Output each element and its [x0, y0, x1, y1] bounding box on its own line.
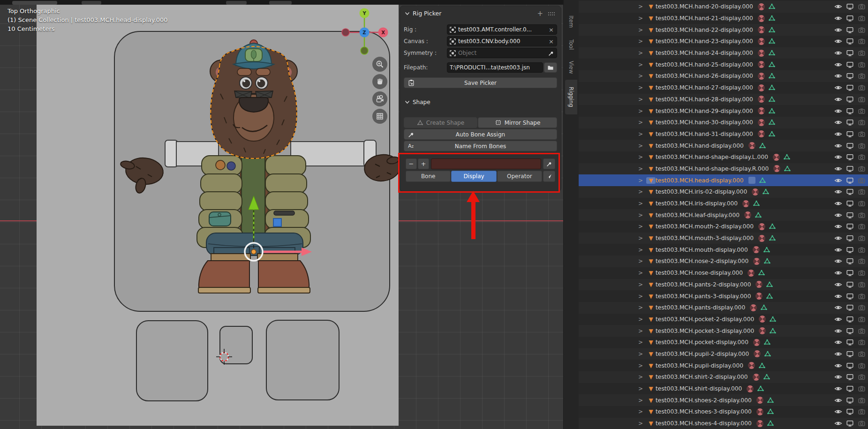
camera-render-icon[interactable] [858, 142, 866, 150]
outliner-row[interactable]: > ▼ test003.MCH.mouth-2-display.000 [579, 221, 868, 233]
monitor-viewport-icon[interactable] [846, 119, 854, 126]
outliner-row[interactable]: > ▼ test003.MCH.mouth-3-display.000 [579, 233, 868, 244]
sidebar-tab-rigging[interactable]: Rigging [565, 80, 577, 114]
outliner-row[interactable]: > ▼ test003.MCH.hand-24-display.000 [579, 47, 868, 59]
eye-visibility-icon[interactable] [834, 153, 842, 161]
eye-visibility-icon[interactable] [834, 385, 842, 392]
camera-render-icon[interactable] [858, 269, 866, 277]
save-picker-button[interactable]: Save Picker [404, 77, 557, 88]
monitor-viewport-icon[interactable] [846, 15, 854, 22]
eye-visibility-icon[interactable] [834, 49, 842, 57]
outliner-row[interactable]: > ▼ test003.MCH.pants-display.000 [579, 302, 868, 314]
monitor-viewport-icon[interactable] [846, 246, 854, 254]
expand-chevron-icon[interactable]: > [638, 177, 646, 184]
expand-chevron-icon[interactable]: > [638, 61, 646, 68]
monitor-viewport-icon[interactable] [846, 96, 854, 103]
outliner-row[interactable]: > ▼ test003.MCH.shirt-display.000 [579, 383, 868, 395]
eye-visibility-icon[interactable] [834, 373, 842, 381]
outliner-row[interactable]: > ▼ test003.MCH.pupil-display.000 [579, 360, 868, 371]
expand-chevron-icon[interactable]: > [638, 351, 646, 357]
monitor-viewport-icon[interactable] [846, 49, 854, 57]
monitor-viewport-icon[interactable] [846, 350, 854, 358]
expand-chevron-icon[interactable]: > [638, 408, 646, 415]
eye-visibility-icon[interactable] [834, 107, 842, 115]
outliner-row[interactable]: > ▼ test003.MCH.head-display.000 [579, 174, 868, 186]
outliner-row[interactable]: > ▼ test003.MCH.hand-28-display.000 [579, 94, 868, 105]
camera-render-icon[interactable] [858, 293, 866, 300]
expand-chevron-icon[interactable]: > [638, 3, 646, 10]
eye-visibility-icon[interactable] [834, 339, 842, 346]
eye-visibility-icon[interactable] [834, 84, 842, 91]
monitor-viewport-icon[interactable] [846, 153, 854, 161]
monitor-viewport-icon[interactable] [846, 420, 854, 427]
pan-button[interactable] [372, 74, 387, 89]
outliner-row[interactable]: > ▼ test003.MCH.shoes-4-display.000 [579, 418, 868, 429]
camera-render-icon[interactable] [858, 257, 866, 265]
clear-icon[interactable]: × [548, 38, 554, 45]
expand-chevron-icon[interactable]: > [638, 188, 646, 195]
zoom-button[interactable] [372, 57, 387, 72]
eye-visibility-icon[interactable] [834, 327, 842, 335]
camera-render-icon[interactable] [858, 362, 866, 369]
monitor-viewport-icon[interactable] [846, 304, 854, 311]
eye-visibility-icon[interactable] [834, 3, 842, 10]
expand-chevron-icon[interactable]: > [638, 293, 646, 300]
camera-render-icon[interactable] [858, 49, 866, 57]
eye-visibility-icon[interactable] [834, 177, 842, 184]
outliner-row[interactable]: > ▼ test003.MCH.pocket-3-display.000 [579, 325, 868, 337]
expand-chevron-icon[interactable]: > [638, 270, 646, 276]
outliner-row[interactable]: > ▼ test003.MCH.pants-3-display.000 [579, 290, 868, 302]
camera-render-icon[interactable] [858, 246, 866, 254]
shape-section-header[interactable]: Shape [405, 99, 430, 105]
outliner-row[interactable]: > ▼ test003.MCH.hand-31-display.000 [579, 128, 868, 140]
eye-visibility-icon[interactable] [834, 223, 842, 230]
monitor-viewport-icon[interactable] [846, 269, 854, 277]
eye-visibility-icon[interactable] [834, 61, 842, 68]
create-shape-button[interactable]: Create Shape [404, 117, 477, 128]
expand-chevron-icon[interactable]: > [638, 143, 646, 149]
monitor-viewport-icon[interactable] [846, 200, 854, 207]
expand-chevron-icon[interactable]: > [638, 223, 646, 230]
outliner-row[interactable]: > ▼ test003.MCH.pocket-display.000 [579, 337, 868, 348]
outliner-row[interactable]: > ▼ test003.MCH.iris-02-display.000 [579, 186, 868, 198]
eye-visibility-icon[interactable] [834, 350, 842, 358]
monitor-viewport-icon[interactable] [846, 373, 854, 381]
monitor-viewport-icon[interactable] [846, 84, 854, 91]
browse-folder-button[interactable] [544, 62, 557, 73]
eye-visibility-icon[interactable] [834, 38, 842, 45]
monitor-viewport-icon[interactable] [846, 3, 854, 10]
outliner-row[interactable]: > ▼ test003.MCH.shirt-2-display.000 [579, 371, 868, 383]
expand-chevron-icon[interactable]: > [638, 73, 646, 79]
camera-render-icon[interactable] [858, 84, 866, 91]
monitor-viewport-icon[interactable] [846, 26, 854, 34]
outliner-row[interactable]: > ▼ test003.MCH.hand-27-display.000 [579, 82, 868, 94]
eye-visibility-icon[interactable] [834, 269, 842, 277]
monitor-viewport-icon[interactable] [846, 130, 854, 138]
expand-chevron-icon[interactable]: > [638, 328, 646, 334]
camera-render-icon[interactable] [858, 316, 866, 323]
camera-render-icon[interactable] [858, 223, 866, 230]
picker-frame-main[interactable] [114, 31, 390, 312]
outliner-row[interactable]: > ▼ test003.MCH.leaf-display.000 [579, 209, 868, 221]
clear-icon[interactable]: × [548, 26, 554, 33]
camera-render-icon[interactable] [858, 3, 866, 10]
camera-render-icon[interactable] [858, 72, 866, 80]
expand-chevron-icon[interactable]: > [638, 96, 646, 103]
eye-visibility-icon[interactable] [834, 15, 842, 22]
monitor-viewport-icon[interactable] [846, 165, 854, 173]
expand-chevron-icon[interactable]: > [638, 397, 646, 404]
panel-header[interactable]: Rig Picker [405, 10, 441, 17]
outliner-row[interactable]: > ▼ test003.MCH.shoes-3-display.000 [579, 406, 868, 418]
add-icon[interactable]: + [537, 11, 543, 16]
camera-render-icon[interactable] [858, 153, 866, 161]
sidebar-tab-item[interactable]: Item [565, 10, 577, 33]
camera-render-icon[interactable] [858, 38, 866, 45]
outliner-row[interactable]: > ▼ test003.MCH.pupil-2-display.000 [579, 348, 868, 360]
eye-visibility-icon[interactable] [834, 281, 842, 288]
monitor-viewport-icon[interactable] [846, 339, 854, 346]
expand-chevron-icon[interactable]: > [638, 38, 646, 45]
expand-chevron-icon[interactable]: > [638, 119, 646, 126]
monitor-viewport-icon[interactable] [846, 316, 854, 323]
outliner-row[interactable]: > ▼ test003.MCH.hand-display.000 [579, 140, 868, 151]
camera-render-icon[interactable] [858, 304, 866, 311]
